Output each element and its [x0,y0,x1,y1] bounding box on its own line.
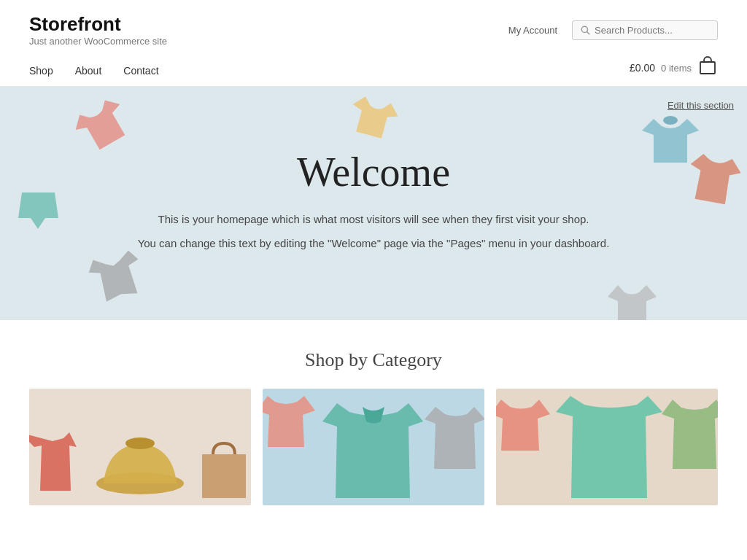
category-card-1[interactable] [29,389,251,505]
shop-section: Shop by Category [0,320,747,520]
shop-section-title: Shop by Category [29,349,718,371]
search-input[interactable] [595,25,710,36]
category-card-3[interactable] [496,389,718,505]
hero-text-1: This is your homepage which is what most… [138,210,610,229]
nav-about[interactable]: About [75,58,102,84]
cart-items-count: 0 items [661,63,692,74]
svg-line-1 [587,32,589,34]
edit-section-button[interactable]: Edit this section [667,100,734,111]
header-right: My Account [508,20,718,40]
hero-title: Welcome [138,149,610,195]
logo-area: Storefront Just another WooCommerce site [29,13,167,47]
site-logo-title[interactable]: Storefront [29,13,167,36]
nav-contact[interactable]: Contact [123,58,158,84]
search-box [572,20,718,40]
main-nav: Shop About Contact £0.00 0 items [29,54,718,86]
hero-content: Welcome This is your homepage which is w… [123,120,624,288]
cart-area: £0.00 0 items [630,55,718,86]
category-grid [29,389,718,505]
my-account-link[interactable]: My Account [508,25,557,36]
site-logo-subtitle: Just another WooCommerce site [29,36,167,47]
svg-point-3 [663,116,678,125]
svg-rect-2 [700,62,715,74]
clothing-decoration-7 [684,141,745,214]
cart-total: £0.00 [630,62,655,74]
clothing-decoration-4 [15,189,62,239]
header-top: Storefront Just another WooCommerce site… [29,13,718,47]
nav-shop[interactable]: Shop [29,58,53,84]
search-icon [580,25,590,35]
category-card-2[interactable] [263,389,484,505]
site-header: Storefront Just another WooCommerce site… [0,0,747,87]
hero-text-2: You can change this text by editing the … [138,234,610,253]
hero-banner: Edit this section [0,87,747,320]
svg-point-5 [125,438,155,449]
cart-icon[interactable] [697,55,718,80]
nav-links: Shop About Contact [29,58,159,84]
